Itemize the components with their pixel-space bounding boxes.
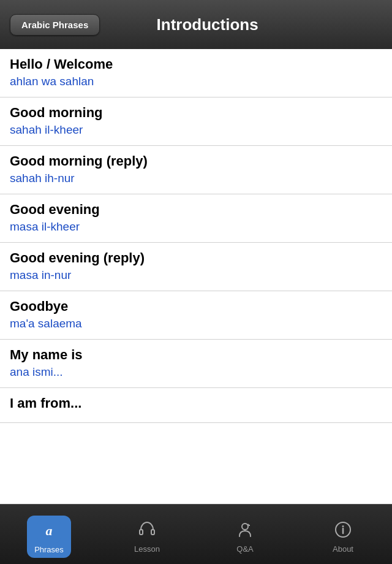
svg-point-7 bbox=[342, 525, 344, 527]
phrase-english: Good morning (reply) bbox=[10, 153, 382, 169]
tab-bar: a Phrases Lesson bbox=[0, 504, 392, 564]
tab-lesson-label: Lesson bbox=[134, 544, 160, 554]
svg-rect-0 bbox=[140, 530, 143, 535]
phrase-arabic: masa il-kheer bbox=[10, 220, 382, 234]
list-item[interactable]: Good eveningmasa il-kheer bbox=[0, 194, 392, 243]
page-title: Introductions bbox=[100, 15, 315, 34]
phrase-english: Good evening bbox=[10, 202, 382, 218]
phrase-arabic: ma'a salaema bbox=[10, 317, 382, 330]
phrase-arabic: ahlan wa sahlan bbox=[10, 75, 382, 88]
phrase-english: Hello / Welcome bbox=[10, 56, 382, 72]
tab-phrases[interactable]: a Phrases bbox=[0, 505, 98, 564]
phrase-arabic: ana ismi... bbox=[10, 365, 382, 379]
phrase-english: Goodbye bbox=[10, 299, 382, 314]
header: Arabic Phrases Introductions bbox=[0, 0, 392, 49]
tab-about[interactable]: About bbox=[294, 505, 392, 564]
list-item[interactable]: Good morning (reply)sahah ih-nur bbox=[0, 146, 392, 194]
tab-about-label: About bbox=[333, 544, 353, 554]
svg-rect-1 bbox=[151, 530, 154, 535]
tab-qa-label: Q&A bbox=[236, 544, 253, 554]
list-item[interactable]: Hello / Welcomeahlan wa sahlan bbox=[0, 49, 392, 97]
svg-point-2 bbox=[242, 524, 248, 530]
phrases-icon: a bbox=[37, 519, 61, 543]
phrase-english: My name is bbox=[10, 347, 382, 363]
list-item[interactable]: Good evening (reply)masa in-nur bbox=[0, 243, 392, 291]
list-item[interactable]: I am from... bbox=[0, 388, 392, 423]
phrase-english: Good evening (reply) bbox=[10, 250, 382, 266]
tab-phrases-label: Phrases bbox=[34, 545, 64, 554]
tab-qa[interactable]: Q&A bbox=[196, 505, 294, 564]
qa-icon bbox=[236, 520, 254, 542]
tab-lesson[interactable]: Lesson bbox=[98, 505, 196, 564]
svg-line-3 bbox=[247, 524, 249, 525]
phrase-english: I am from... bbox=[10, 395, 382, 411]
list-item[interactable]: Goodbyema'a salaema bbox=[0, 291, 392, 340]
about-icon bbox=[334, 520, 352, 542]
phrase-list[interactable]: Hello / Welcomeahlan wa sahlanGood morni… bbox=[0, 49, 392, 504]
phrase-arabic: sahah ih-nur bbox=[10, 172, 382, 185]
phrase-arabic: sahah il-kheer bbox=[10, 123, 382, 137]
list-item[interactable]: My name isana ismi... bbox=[0, 340, 392, 388]
list-item[interactable]: Good morningsahah il-kheer bbox=[0, 97, 392, 146]
phrase-english: Good morning bbox=[10, 105, 382, 121]
lesson-icon bbox=[138, 520, 156, 542]
back-button[interactable]: Arabic Phrases bbox=[10, 14, 100, 36]
phrase-arabic: masa in-nur bbox=[10, 269, 382, 282]
